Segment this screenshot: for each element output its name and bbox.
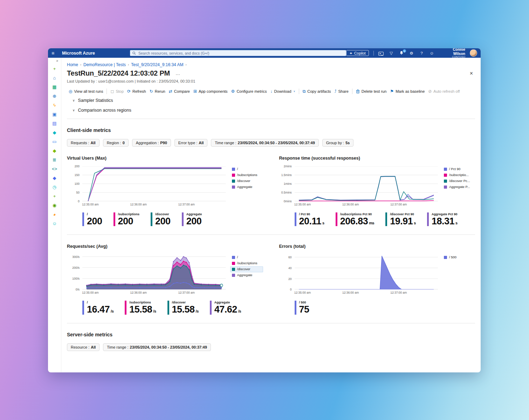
sidebar-item-service-health[interactable]: + [50, 191, 59, 201]
legend-label: / 500 [449, 255, 456, 259]
stat-card: / Pct 9020.11s [295, 212, 324, 226]
mark-as-baseline-button[interactable]: ⚑ Mark as baseline [388, 87, 426, 96]
x-axis-label: 12:36:00 am [342, 203, 359, 206]
legend-item[interactable]: /discover [230, 178, 263, 184]
legend-item[interactable]: /subscriptions [230, 172, 263, 178]
view-all-test-runs-button[interactable]: ◎ View all test runs [67, 87, 105, 96]
sidebar-item-all-services[interactable]: ⊕ [50, 91, 59, 100]
stat-label: /subscriptions Pct 90 [340, 212, 375, 216]
sidebar-item-support[interactable]: ◕ [50, 210, 59, 219]
cloud-shell-button[interactable]: >_ [378, 51, 384, 55]
service-health-icon: + [53, 194, 56, 199]
y-axis: 2mins1.5mins1mins0.5mins0mins [279, 166, 295, 201]
notifications-button[interactable]: 1 [399, 51, 404, 56]
stat-unit: s [322, 221, 324, 225]
share-button[interactable]: ⤴ Share [332, 87, 350, 96]
account-menu[interactable]: Connie Wilson CONTOSO [440, 48, 465, 59]
copy-artifacts-button[interactable]: ⧉ Copy artifacts [301, 87, 333, 96]
sidebar-item-storage-account[interactable]: ▤ [50, 119, 59, 128]
legend-swatch-icon [232, 174, 235, 177]
rerun-icon: ↻ [150, 89, 153, 94]
filter-chip-aggregation[interactable]: Aggregation : P90 [132, 139, 171, 147]
filter-chip-region[interactable]: Region : 0 [103, 139, 129, 147]
legend-item[interactable]: /discover [230, 266, 263, 272]
y-axis-label: 0.5mins [281, 191, 292, 194]
legend-item[interactable]: /discover Pc... [442, 178, 475, 184]
rerun-button[interactable]: ↻ Rerun [148, 87, 167, 96]
chart-errors-total: Errors (total) 6040200 12:35:00 am12:36:… [279, 244, 475, 316]
sidebar-item-home[interactable]: ⌂ [50, 73, 59, 82]
sidebar-item-key-vault[interactable]: ◆ [50, 128, 59, 137]
desktop-background: ≡ Microsoft Azure ✦ Copilot >_ ▽ [0, 0, 529, 420]
app-components-button[interactable]: ⊞ App components [192, 87, 229, 96]
sidebar-item-security-center[interactable]: ◉ [50, 201, 59, 210]
legend-item[interactable]: /subscriptions [230, 260, 263, 266]
feedback-button[interactable]: ☺ [429, 51, 434, 55]
filter-chip-resource[interactable]: Resource : All [67, 343, 99, 351]
user-avatar[interactable] [470, 49, 477, 57]
legend-item[interactable]: / 500 [442, 254, 475, 260]
portal-header: ≡ Microsoft Azure ✦ Copilot >_ ▽ [48, 48, 481, 58]
sidebar-item-resource-group[interactable]: ▣ [50, 110, 59, 119]
stat-value: 200 [186, 216, 202, 226]
sidebar-item-recent[interactable]: ◷ [50, 182, 59, 191]
sidebar-item-create-resource[interactable]: + [50, 64, 59, 73]
chart-stats: / Pct 9020.11s/subscriptions Pct 90206.8… [295, 212, 475, 226]
close-blade-button[interactable]: × [468, 70, 475, 77]
legend-item[interactable]: /subscriptio... [442, 172, 475, 178]
legend-item[interactable]: / Pct 90 [442, 166, 475, 172]
legend-item[interactable]: Aggregate [230, 272, 263, 278]
legend-item[interactable]: Aggregate [230, 184, 263, 190]
legend-item[interactable]: / [230, 166, 263, 172]
chart-title: Response time (successful responses) [279, 156, 475, 161]
legend-item[interactable]: Aggregate P... [442, 184, 475, 190]
section-toggle-comparison-regions[interactable]: ∨ Comparison across regions [72, 105, 132, 115]
refresh-button[interactable]: ⟳ Refresh [125, 87, 148, 96]
stat-label: Aggregate Pct 90 [432, 212, 458, 216]
settings-button[interactable]: ⚙ [409, 51, 414, 56]
sidebar-item-profile[interactable]: ☺ [50, 219, 59, 228]
y-axis-label: 60 [288, 255, 291, 259]
legend-item[interactable]: / [230, 254, 263, 260]
help-button[interactable]: ? [419, 51, 424, 55]
global-search[interactable] [130, 50, 346, 56]
breadcrumb-home[interactable]: Home [67, 62, 78, 67]
section-toggle-sampler-statistics[interactable]: ∨ Sampler Statistics [72, 96, 114, 105]
legend-swatch-icon [232, 274, 235, 277]
directory-filter-button[interactable]: ▽ [389, 51, 394, 56]
filter-chip-group-by[interactable]: Group by : 5s [322, 139, 354, 147]
more-options-button[interactable]: … [176, 71, 180, 76]
sidebar-item-devops[interactable]: <> [50, 164, 59, 173]
plot-area: 12:35:00 am12:36:00 am12:37:00 am [82, 254, 226, 295]
x-axis-label: 12:35:00 am [294, 291, 311, 294]
hamburger-menu-button[interactable]: ≡ [51, 50, 59, 56]
stat-unit: /s [111, 309, 114, 313]
filter-chip-error-type[interactable]: Error type : All [174, 139, 207, 147]
sidebar-item-load-testing[interactable]: ◆ [50, 173, 59, 182]
search-input[interactable] [138, 51, 344, 56]
filter-chip-requests[interactable]: Requests : All [67, 139, 99, 147]
delete-test-run-button[interactable]: Delete test run [354, 88, 389, 95]
notification-badge: 1 [403, 49, 406, 53]
sidebar-item-virtual-machine[interactable]: ▭ [50, 137, 59, 146]
expand-sidebar-button[interactable]: » [56, 59, 58, 63]
breadcrumb-resource[interactable]: DemoResource | Tests [83, 62, 126, 67]
compare-button[interactable]: ⇄ Compare [167, 87, 192, 96]
copilot-button[interactable]: ✦ Copilot [346, 50, 369, 56]
stat-value: 200 [87, 216, 102, 226]
stat-card: /discover Pct 9019.91s [385, 212, 416, 226]
chart-title: Virtual Users (Max) [67, 156, 263, 161]
configure-metrics-button[interactable]: ⚙ Configure metrics [229, 87, 269, 96]
sidebar-item-function-app[interactable]: ϟ [50, 100, 59, 110]
download-button[interactable]: ↓ Download ∨ [269, 87, 297, 96]
filter-chip-server-time-range[interactable]: Time range : 23/05/2024, 00:34:50 - 23/0… [103, 343, 211, 351]
legend-label: /subscriptio... [449, 173, 469, 177]
sidebar-item-cost-management[interactable]: ≣ [50, 155, 59, 164]
sidebar-item-dashboard[interactable]: ▦ [50, 82, 59, 91]
stat-unit: ms [369, 221, 374, 225]
chart-legend: //subscriptions/discoverAggregate [230, 254, 263, 278]
filter-chip-time-range[interactable]: Time range : 23/05/2024, 00:34:50 - 23/0… [211, 139, 319, 147]
sidebar-item-app-service[interactable]: ◆ [50, 146, 59, 155]
last-updated-text: Last Updated by : user1@contoso.com | In… [67, 79, 475, 83]
breadcrumb-test[interactable]: Test_9/20/2024_9:16:34 AM [131, 62, 183, 67]
